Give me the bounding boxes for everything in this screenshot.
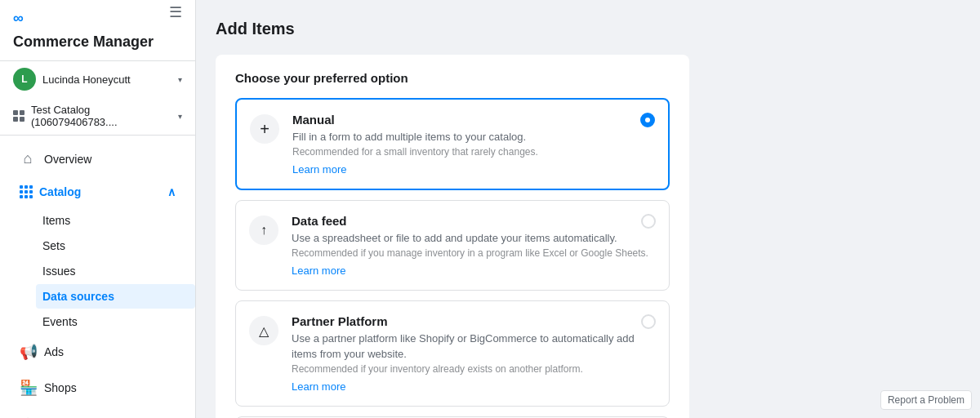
- data-feed-learn-more[interactable]: Learn more: [292, 265, 345, 277]
- catalog-grid-icon: [20, 185, 31, 198]
- settings-icon: ⚙: [20, 415, 36, 418]
- sidebar-item-catalog-label: Catalog: [39, 185, 159, 198]
- grid-icon: [13, 110, 24, 122]
- sidebar-item-shops[interactable]: 🏪 Shops: [7, 371, 189, 405]
- user-avatar: L: [13, 68, 36, 91]
- home-icon: ⌂: [20, 150, 36, 167]
- option-partner-platform[interactable]: △ Partner Platform Use a partner platfor…: [235, 300, 670, 406]
- sidebar-item-data-sources[interactable]: Data sources: [36, 284, 195, 309]
- partner-platform-icon: △: [249, 316, 278, 345]
- sidebar-item-ads[interactable]: 📢 Ads: [7, 335, 189, 369]
- data-feed-content: Data feed Use a spreadsheet or file to a…: [292, 214, 656, 277]
- sidebar-item-items[interactable]: Items: [36, 208, 195, 233]
- sidebar-item-events[interactable]: Events: [36, 309, 195, 334]
- option-data-feed[interactable]: ↑ Data feed Use a spreadsheet or file to…: [235, 200, 670, 291]
- card-subtitle: Choose your preferred option: [235, 71, 670, 85]
- manual-title: Manual: [292, 113, 655, 127]
- sidebar-item-settings[interactable]: ⚙ Settings: [7, 407, 189, 418]
- hamburger-icon[interactable]: ☰: [169, 3, 182, 21]
- meta-logo: ∞: [13, 10, 24, 27]
- sidebar-item-ads-label: Ads: [44, 345, 64, 358]
- user-chevron-icon: ▾: [178, 75, 182, 84]
- data-feed-title: Data feed: [292, 214, 656, 228]
- meta-logo-icon: ∞: [13, 10, 24, 27]
- sidebar-header: ∞ ☰ Commerce Manager: [0, 0, 195, 61]
- main-content: Add Items Choose your preferred option +…: [196, 0, 980, 418]
- data-feed-icon: ↑: [249, 216, 278, 245]
- sidebar-item-catalog[interactable]: Catalog ∧: [7, 177, 189, 207]
- option-manual[interactable]: + Manual Fill in a form to add multiple …: [235, 98, 670, 190]
- partner-platform-description: Use a partner platform like Shopify or B…: [292, 331, 656, 361]
- manual-icon: +: [250, 114, 279, 144]
- manual-description: Fill in a form to add multiple items to …: [292, 130, 655, 145]
- data-feed-description: Use a spreadsheet or file to add and upd…: [292, 231, 656, 246]
- catalog-collapse-icon: ∧: [167, 185, 176, 198]
- catalog-selector[interactable]: Test Catalog (106079406783.... ▾: [0, 97, 195, 136]
- sidebar-item-issues[interactable]: Issues: [36, 259, 195, 283]
- user-name: Lucinda Honeycutt: [42, 73, 172, 86]
- manual-learn-more[interactable]: Learn more: [292, 163, 346, 176]
- manual-recommendation: Recommended for a small inventory that r…: [292, 146, 655, 158]
- sidebar: ∞ ☰ Commerce Manager L Lucinda Honeycutt…: [0, 0, 196, 418]
- user-profile-row[interactable]: L Lucinda Honeycutt ▾: [0, 61, 195, 97]
- report-problem[interactable]: Report a Problem: [880, 390, 972, 410]
- app-title: Commerce Manager: [13, 33, 182, 51]
- partner-platform-learn-more[interactable]: Learn more: [292, 380, 345, 393]
- manual-content: Manual Fill in a form to add multiple it…: [292, 113, 655, 176]
- manual-radio: [640, 113, 655, 127]
- partner-platform-recommendation: Recommended if your inventory already ex…: [292, 363, 656, 375]
- catalog-chevron-icon: ▾: [178, 112, 182, 121]
- options-card: Choose your preferred option + Manual Fi…: [216, 55, 689, 418]
- ads-icon: 📢: [20, 343, 36, 361]
- sidebar-item-sets[interactable]: Sets: [36, 233, 195, 258]
- partner-platform-content: Partner Platform Use a partner platform …: [292, 314, 656, 392]
- page-title: Add Items: [216, 20, 960, 38]
- sidebar-item-overview-label: Overview: [44, 153, 91, 166]
- partner-platform-title: Partner Platform: [292, 314, 656, 328]
- nav-section: ⌂ Overview Catalog ∧ Items Sets Issues D…: [0, 136, 195, 418]
- data-feed-recommendation: Recommended if you manage inventory in a…: [292, 247, 656, 259]
- catalog-sub-nav: Items Sets Issues Data sources Events: [36, 208, 195, 334]
- sidebar-item-overview[interactable]: ⌂ Overview: [7, 142, 189, 176]
- shops-icon: 🏪: [20, 379, 36, 397]
- sidebar-item-shops-label: Shops: [44, 381, 77, 394]
- catalog-name: Test Catalog (106079406783....: [31, 104, 172, 128]
